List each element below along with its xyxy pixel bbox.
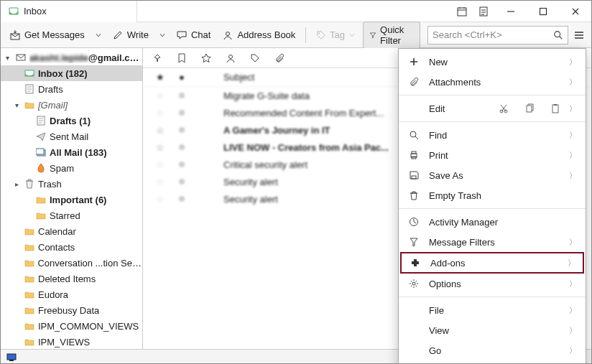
search-input[interactable] [433, 29, 553, 40]
calendar-icon[interactable] [451, 1, 473, 22]
menu-print[interactable]: Print 〉 [399, 145, 586, 165]
folder-row[interactable]: Spam [1, 160, 142, 176]
online-status-icon[interactable] [6, 353, 18, 362]
folder-row[interactable]: Drafts [1, 81, 142, 97]
folder-row[interactable]: IPM_VIEWS [1, 334, 142, 349]
chevron-right-icon: 〉 [569, 279, 577, 289]
menu-go[interactable]: Go〉 [399, 340, 586, 360]
folder-row[interactable]: Important (6) [1, 192, 142, 207]
menu-separator [399, 208, 586, 209]
thread-pin-icon[interactable] [152, 53, 163, 63]
folder-row[interactable]: Calendar [1, 223, 142, 239]
filter-icon [369, 30, 376, 40]
menu-new[interactable]: New 〉 [399, 52, 586, 72]
folder-row[interactable]: Freebusy Data [1, 302, 142, 318]
star-icon[interactable]: ☆ [156, 90, 166, 101]
allmail-icon [35, 146, 47, 158]
menu-addons[interactable]: Add-ons 〉 [400, 252, 584, 274]
folder-row[interactable]: IPM_COMMON_VIEWS [1, 318, 142, 334]
menu-edit[interactable]: Edit 〉 [399, 98, 586, 118]
menu-options[interactable]: Options 〉 [399, 274, 586, 294]
read-dot-icon[interactable] [179, 196, 185, 202]
twisty-icon[interactable]: ▾ [12, 101, 21, 109]
folder-row[interactable]: Deleted Items [1, 271, 142, 286]
menu-message-filters[interactable]: Message Filters 〉 [399, 232, 586, 252]
search-icon [553, 30, 563, 40]
menu-view[interactable]: View〉 [399, 320, 586, 340]
twisty-icon[interactable]: ▸ [12, 180, 21, 188]
folder-row[interactable]: All Mail (183) [1, 144, 142, 160]
star-column-icon[interactable] [200, 53, 212, 63]
search-box[interactable] [427, 26, 568, 45]
folder-label: Deleted Items [38, 274, 96, 284]
menu-save-as[interactable]: Save As 〉 [399, 165, 586, 185]
window-tab[interactable]: Inbox [1, 1, 137, 22]
folder-label: Drafts (1) [50, 116, 91, 126]
star-icon[interactable]: ☆ [156, 108, 166, 118]
folder-label: Starred [50, 210, 80, 221]
read-dot-icon[interactable] [179, 127, 185, 133]
folder-row[interactable]: ▸Trash [1, 176, 142, 192]
star-icon[interactable]: ☆ [156, 194, 166, 205]
write-button[interactable]: Write [108, 27, 153, 44]
menu-empty-trash[interactable]: Empty Trash [399, 185, 586, 205]
trash-icon [407, 190, 420, 200]
attachment-column-icon[interactable] [274, 53, 285, 63]
drafts-icon [35, 115, 47, 126]
tag-button[interactable]: Tag [312, 27, 360, 43]
folder-row[interactable]: Starred [1, 207, 142, 223]
read-dot-icon[interactable] [179, 144, 185, 150]
write-dropdown[interactable] [156, 30, 169, 40]
addon-icon [409, 258, 422, 268]
twisty-icon[interactable]: ▾ [4, 54, 12, 62]
folder-label: Trash [38, 179, 62, 190]
star-icon[interactable]: ☆ [156, 142, 166, 153]
menu-activity-manager[interactable]: Activity Manager [399, 212, 586, 232]
folder-row[interactable]: Conversation ...tion Settin [1, 255, 142, 271]
read-dot-icon[interactable] [179, 110, 185, 116]
copy-icon[interactable] [524, 103, 535, 113]
menu-separator [399, 95, 586, 95]
minimize-button[interactable] [494, 1, 527, 22]
tag-icon [316, 30, 326, 40]
get-messages-dropdown[interactable] [92, 30, 105, 40]
bookmark-icon[interactable] [176, 53, 188, 63]
menu-attachments[interactable]: Attachments 〉 [399, 72, 586, 92]
maximize-button[interactable] [527, 1, 559, 22]
folder-row[interactable]: Contacts [1, 239, 142, 255]
star-icon[interactable]: ☆ [156, 177, 166, 187]
account-label: akasht.lepide@gmail.com [29, 52, 142, 63]
folder-row[interactable]: Sent Mail [1, 129, 142, 144]
read-dot-icon[interactable] [179, 162, 185, 167]
folder-row[interactable]: Eudora [1, 286, 142, 302]
address-book-label: Address Book [237, 29, 295, 40]
folder-row[interactable]: Drafts (1) [1, 113, 142, 129]
folder-label: Calendar [38, 226, 76, 237]
read-dot-icon[interactable] [179, 179, 185, 185]
account-row[interactable]: ▾ akasht.lepide@gmail.com [1, 50, 142, 65]
tag-column-icon[interactable] [249, 53, 261, 63]
chevron-right-icon: 〉 [569, 345, 577, 356]
paste-icon[interactable] [550, 103, 560, 113]
folder-row[interactable]: ▾[Gmail] [1, 97, 142, 113]
app-menu-button[interactable] [571, 29, 587, 41]
cut-icon[interactable] [499, 103, 509, 113]
tasks-icon[interactable] [473, 1, 494, 22]
star-icon[interactable]: ☆ [156, 159, 166, 170]
mail-account-icon [15, 52, 27, 63]
folder-icon [24, 304, 35, 316]
close-button[interactable] [559, 1, 591, 22]
read-dot-icon[interactable] [179, 93, 185, 98]
folder-row[interactable]: Inbox (182) [1, 65, 142, 81]
contact-column-icon[interactable] [225, 53, 236, 63]
chat-button[interactable]: Chat [172, 27, 215, 44]
address-book-button[interactable]: Address Book [218, 27, 300, 44]
menu-find[interactable]: Find 〉 [399, 125, 586, 145]
star-icon[interactable]: ☆ [156, 125, 166, 136]
inbox-icon [8, 6, 19, 17]
quick-filter-button[interactable]: Quick Filter [363, 22, 420, 49]
get-messages-button[interactable]: Get Messages [5, 27, 89, 44]
chevron-right-icon: 〉 [569, 77, 577, 88]
menu-file[interactable]: File〉 [399, 300, 586, 320]
svg-point-21 [410, 131, 416, 137]
